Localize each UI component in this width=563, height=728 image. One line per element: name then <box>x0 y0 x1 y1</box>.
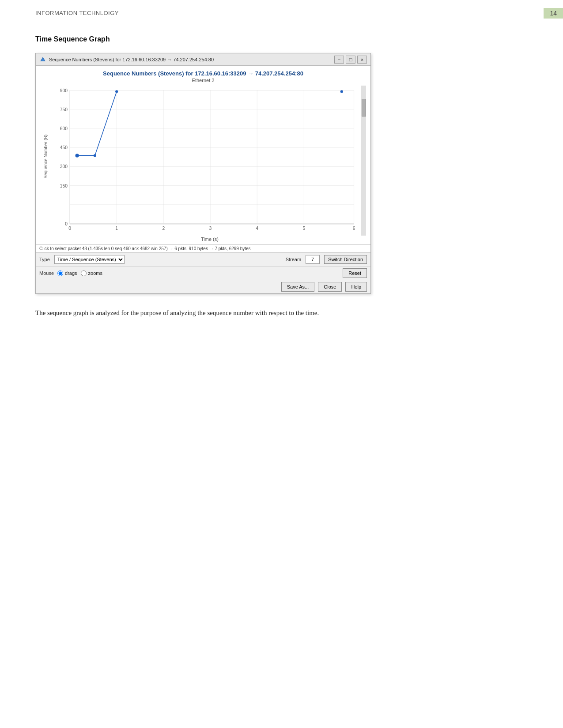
drags-label: drags <box>65 270 77 276</box>
mouse-row: Mouse drags zooms Reset <box>36 266 370 280</box>
svg-text:4: 4 <box>256 226 258 231</box>
svg-text:3: 3 <box>209 226 212 231</box>
chart-container: Sequence Numbers (Stevens) for 172.16.60… <box>36 66 370 244</box>
data-point-4 <box>340 90 343 93</box>
x-axis-label: Time (s) <box>40 236 366 244</box>
chart-title: Sequence Numbers (Stevens) for 172.16.60… <box>40 70 366 77</box>
title-bar-left: Sequence Numbers (Stevens) for 172.16.60… <box>39 56 214 63</box>
svg-text:750: 750 <box>60 107 68 112</box>
page-header: INFORMATION TECHNLOIGY <box>35 10 119 16</box>
status-bar: Click to select packet 48 (1.435s len 0 … <box>36 244 370 252</box>
wireshark-icon <box>39 56 46 63</box>
bottom-buttons: Save As... Close Help <box>281 282 367 292</box>
zooms-label: zooms <box>88 270 102 276</box>
chart-inner[interactable]: 900 750 600 450 300 150 0 0 1 2 3 <box>52 86 361 236</box>
chart-svg[interactable]: 900 750 600 450 300 150 0 0 1 2 3 <box>52 86 361 236</box>
close-button[interactable]: × <box>357 56 367 64</box>
chart-subtitle: Ethernet 2 <box>40 78 366 83</box>
page-number: 14 <box>544 8 563 19</box>
reset-button[interactable]: Reset <box>343 268 367 278</box>
switch-direction-button[interactable]: Switch Direction <box>324 255 367 264</box>
zooms-radio[interactable] <box>81 270 87 276</box>
svg-text:450: 450 <box>60 145 68 150</box>
status-text: Click to select packet 48 (1.435s len 0 … <box>39 246 251 251</box>
type-select[interactable]: Time / Sequence (Stevens) <box>54 255 125 264</box>
help-button[interactable]: Help <box>345 282 367 292</box>
maximize-button[interactable]: □ <box>346 56 355 64</box>
svg-text:900: 900 <box>60 88 68 93</box>
minimize-button[interactable]: − <box>334 56 344 64</box>
mouse-zooms-group[interactable]: zooms <box>81 270 102 276</box>
svg-text:150: 150 <box>60 184 68 188</box>
y-axis-label: Sequence Number (B) <box>43 143 48 178</box>
mouse-controls-right: Reset <box>343 268 367 278</box>
section-title: Time Sequence Graph <box>35 35 528 43</box>
drags-radio[interactable] <box>57 270 63 276</box>
mouse-controls-left: Mouse drags zooms <box>39 270 102 276</box>
mouse-label: Mouse <box>39 270 54 276</box>
page-content: Time Sequence Graph Sequence Numbers (St… <box>35 35 528 319</box>
stream-label: Stream <box>286 257 301 262</box>
type-label: Type <box>39 257 50 262</box>
controls-row: Type Time / Sequence (Stevens) Stream Sw… <box>36 252 370 266</box>
y-axis-label-container: Sequence Number (B) <box>40 86 51 236</box>
title-bar-text: Sequence Numbers (Stevens) for 172.16.60… <box>49 57 214 62</box>
svg-text:0: 0 <box>68 226 71 231</box>
scrollbar-right[interactable] <box>361 86 366 236</box>
svg-text:5: 5 <box>302 226 305 231</box>
wireshark-window: Sequence Numbers (Stevens) for 172.16.60… <box>35 53 371 294</box>
bottom-buttons-row: Save As... Close Help <box>36 280 370 293</box>
scrollbar-thumb[interactable] <box>362 99 366 116</box>
close-btn[interactable]: Close <box>318 282 342 292</box>
svg-text:1: 1 <box>115 226 118 231</box>
stream-input[interactable] <box>306 255 320 264</box>
svg-text:2: 2 <box>162 226 165 231</box>
title-bar-controls[interactable]: − □ × <box>334 56 367 64</box>
mouse-drags-group[interactable]: drags <box>57 270 77 276</box>
svg-text:6: 6 <box>353 226 355 231</box>
svg-rect-2 <box>70 90 354 224</box>
body-text: The sequence graph is analyzed for the p… <box>35 307 528 319</box>
title-bar: Sequence Numbers (Stevens) for 172.16.60… <box>36 53 370 66</box>
svg-text:600: 600 <box>60 126 68 131</box>
chart-area[interactable]: Sequence Number (B) <box>40 86 361 236</box>
svg-text:300: 300 <box>60 165 68 169</box>
svg-text:0: 0 <box>65 221 68 226</box>
save-as-button[interactable]: Save As... <box>281 282 315 292</box>
